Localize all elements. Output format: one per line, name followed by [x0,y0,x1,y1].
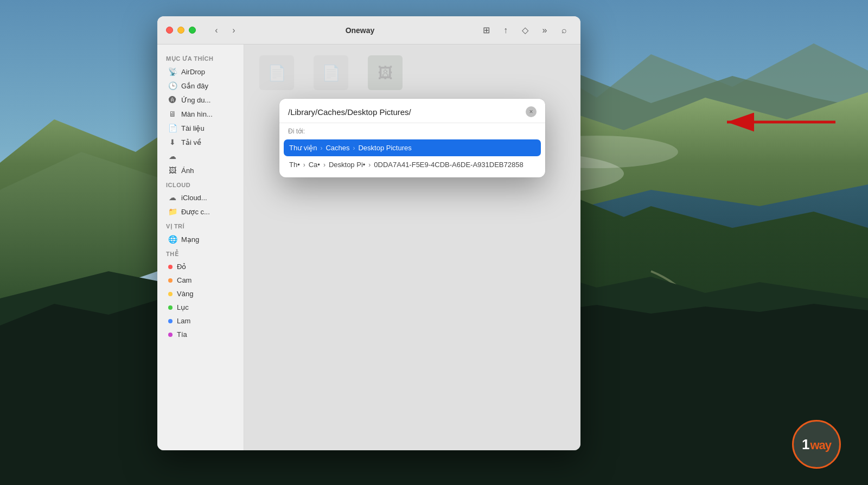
oneway-logo: 1 way [792,420,841,469]
tag-purple-dot [168,333,173,337]
sidebar-label-tag-yellow: Vàng [177,290,193,298]
sidebar-item-apps[interactable]: 🅐 Ứng du... [159,93,241,107]
locations-section-label: Vị trí [157,219,244,232]
sidebar-item-tag-red[interactable]: Đỏ [159,260,241,273]
sidebar-item-downloads[interactable]: ⬇ Tải về [159,135,241,149]
favorites-section-label: Mục ưa thích [157,51,244,65]
sidebar-label-desktop: Màn hìn... [181,110,213,118]
breadcrumb-part-2: Caches [326,144,349,152]
icloud-icon: ☁ [168,193,177,202]
dialog-suggestion-list: Thư viện › Caches › Desktop Pictures Th•… [279,137,545,177]
sidebar-item-network[interactable]: 🌐 Mạng [159,232,241,246]
sidebar-label-tag-blue: Lam [177,317,190,325]
goto-label: Đi tới: [279,123,545,137]
sidebar-label-tag-purple: Tía [177,330,187,339]
finder-toolbar: ⊞ ↑ ◇ » ⌕ [478,23,572,38]
desktop-icon: 🖥 [168,110,177,118]
breadcrumb-alt-1: Th• [289,161,300,169]
oneway-text-group: 1 way [802,436,831,453]
sidebar-label-icloud: iCloud... [181,194,207,202]
photos-icon: 🖼 [168,166,177,175]
breadcrumb-sep-alt-2: › [323,161,326,169]
sidebar-item-icloud[interactable]: ☁ iCloud... [159,190,241,205]
dialog-list-item-uuid[interactable]: Th• › Ca• › Desktop Pi• › 0DDA7A41-F5E9-… [284,156,541,173]
finder-window-title: Oneway [246,26,474,35]
forward-button[interactable]: › [226,23,241,38]
tag-orange-dot [168,278,173,283]
share-icon[interactable]: ↑ [498,23,513,38]
sidebar-label-shared: Được c... [181,208,210,216]
traffic-lights [166,27,196,34]
sidebar-label-tag-red: Đỏ [177,263,186,271]
network-icon: 🌐 [168,235,177,244]
breadcrumb-part-3: Desktop Pictures [358,144,411,152]
oneway-wordmark: way [810,438,831,452]
breadcrumb-sep-alt-3: › [368,161,371,169]
view-toggle-icon[interactable]: ⊞ [478,23,494,38]
sidebar-item-tag-orange[interactable]: Cam [159,273,241,287]
tag-red-dot [168,265,173,269]
finder-sidebar: Mục ưa thích 📡 AirDrop 🕒 Gắn đây 🅐 Ứng d… [157,44,244,450]
shared-icon: 📁 [168,207,177,216]
sidebar-item-tag-yellow[interactable]: Vàng [159,287,241,301]
sidebar-label-downloads: Tải về [181,138,201,146]
dialog-header: × [279,99,545,123]
dialog-list-item-selected[interactable]: Thư viện › Caches › Desktop Pictures [284,139,541,156]
close-button[interactable] [166,27,173,34]
breadcrumb-sep-2: › [353,144,355,152]
finder-main: 📄 📄 🖼 × Đi tới: [244,44,580,450]
unknown-icon: ☁ [168,152,177,161]
sidebar-label-apps: Ứng du... [181,96,210,104]
tag-yellow-dot [168,292,173,296]
breadcrumb-alt-2: Ca• [309,161,320,169]
search-icon[interactable]: ⌕ [557,23,572,38]
goto-folder-dialog: × Đi tới: Thư viện › Caches › Desktop Pi… [279,99,545,177]
recents-icon: 🕒 [168,81,177,90]
downloads-icon: ⬇ [168,138,177,146]
back-button[interactable]: ‹ [209,23,224,38]
tag-icon[interactable]: ◇ [518,23,533,38]
documents-icon: 📄 [168,124,177,132]
tag-green-dot [168,305,173,310]
finder-body: Mục ưa thích 📡 AirDrop 🕒 Gắn đây 🅐 Ứng d… [157,44,580,450]
finder-window: ‹ › Oneway ⊞ ↑ ◇ » ⌕ Mục ưa thích 📡 AirD… [157,16,580,450]
oneway-circle: 1 way [792,420,841,469]
breadcrumb-alt-3: Desktop Pi• [329,161,365,169]
tags-section-label: Thẻ [157,246,244,260]
sidebar-item-desktop[interactable]: 🖥 Màn hìn... [159,107,241,121]
sidebar-item-recents[interactable]: 🕒 Gắn đây [159,79,241,93]
sidebar-label-photos: Ảnh [181,167,194,175]
sidebar-label-tag-orange: Cam [177,276,192,284]
sidebar-label-recents: Gắn đây [181,82,208,90]
sidebar-item-tag-green[interactable]: Lục [159,301,241,314]
sidebar-item-shared[interactable]: 📁 Được c... [159,205,241,219]
sidebar-item-airdrop[interactable]: 📡 AirDrop [159,65,241,79]
finder-titlebar: ‹ › Oneway ⊞ ↑ ◇ » ⌕ [157,16,580,44]
dialog-close-button[interactable]: × [526,106,537,117]
breadcrumb-uuid: 0DDA7A41-F5E9-4CDB-A6DE-A931DEB72858 [374,161,523,169]
sidebar-item-tag-blue[interactable]: Lam [159,314,241,328]
minimize-button[interactable] [177,27,184,34]
icloud-section-label: iCloud [157,177,244,190]
oneway-number: 1 [802,436,809,453]
sidebar-item-tag-purple[interactable]: Tía [159,328,241,341]
sidebar-label-tag-green: Lục [177,303,189,311]
dialog-path-input[interactable] [288,107,526,117]
finder-nav-buttons: ‹ › [209,23,241,38]
apps-icon: 🅐 [168,95,177,104]
breadcrumb-sep-alt-1: › [303,161,305,169]
sidebar-item-unknown[interactable]: ☁ [159,149,241,163]
tag-blue-dot [168,319,173,323]
sidebar-label-airdrop: AirDrop [181,68,205,76]
sidebar-label-network: Mạng [181,235,199,244]
breadcrumb-part-1: Thư viện [289,144,317,152]
breadcrumb-sep-1: › [320,144,322,152]
sidebar-label-documents: Tài liệu [181,124,205,132]
sidebar-item-documents[interactable]: 📄 Tài liệu [159,121,241,135]
airdrop-icon: 📡 [168,67,177,76]
maximize-button[interactable] [189,27,196,34]
more-icon[interactable]: » [537,23,552,38]
modal-overlay: × Đi tới: Thư viện › Caches › Desktop Pi… [244,44,580,450]
sidebar-item-photos[interactable]: 🖼 Ảnh [159,163,241,177]
